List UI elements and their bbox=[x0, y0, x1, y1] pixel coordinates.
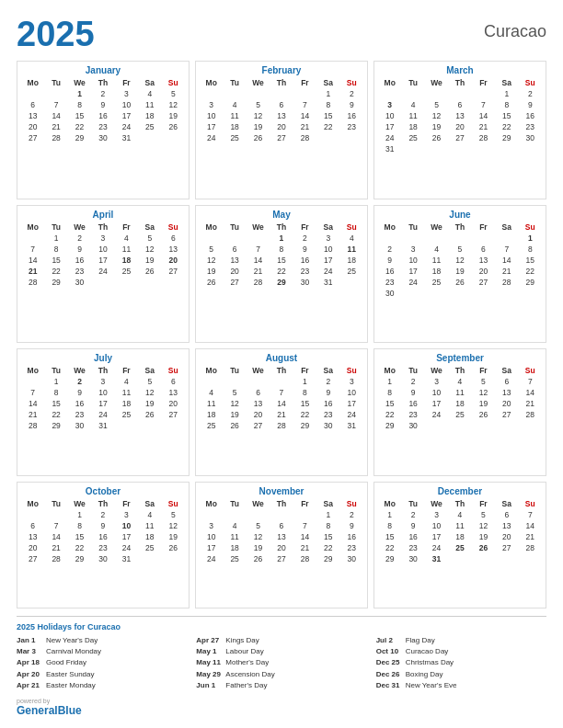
day-header: Fr bbox=[293, 77, 316, 88]
day-cell bbox=[316, 132, 339, 143]
day-cell: 30 bbox=[340, 553, 363, 564]
day-cell: 28 bbox=[519, 409, 542, 420]
day-cell bbox=[293, 88, 316, 99]
day-cell: 29 bbox=[68, 132, 91, 143]
day-cell: 6 bbox=[247, 387, 270, 398]
day-cell bbox=[200, 509, 223, 520]
day-cell: 5 bbox=[247, 520, 270, 531]
day-cell bbox=[448, 233, 471, 244]
day-cell: 6 bbox=[21, 520, 44, 531]
day-cell: 2 bbox=[340, 88, 363, 99]
day-cell: 24 bbox=[115, 542, 138, 553]
day-cell: 4 bbox=[138, 509, 161, 520]
day-cell bbox=[44, 509, 67, 520]
day-cell: 30 bbox=[378, 288, 401, 299]
day-cell bbox=[495, 233, 518, 244]
day-cell: 24 bbox=[200, 132, 223, 143]
day-cell: 8 bbox=[316, 520, 339, 531]
month-table: MoTuWeThFrSaSu12345678910111213141516171… bbox=[21, 222, 185, 288]
day-header: Mo bbox=[21, 77, 44, 88]
day-header: Mo bbox=[200, 222, 223, 233]
day-cell: 21 bbox=[519, 398, 542, 409]
day-cell: 11 bbox=[223, 110, 246, 121]
day-cell: 11 bbox=[115, 244, 138, 255]
day-cell: 22 bbox=[270, 266, 293, 277]
day-cell: 12 bbox=[138, 387, 161, 398]
day-cell: 4 bbox=[401, 99, 424, 110]
day-cell: 7 bbox=[270, 387, 293, 398]
day-cell bbox=[425, 88, 448, 99]
holidays-title: 2025 Holidays for Curacao bbox=[17, 622, 546, 631]
day-cell: 27 bbox=[270, 553, 293, 564]
day-cell: 10 bbox=[200, 531, 223, 542]
day-cell: 22 bbox=[68, 121, 91, 132]
day-cell: 27 bbox=[448, 132, 471, 143]
day-cell: 10 bbox=[115, 99, 138, 110]
month-block: NovemberMoTuWeThFrSaSu123456789101112131… bbox=[195, 482, 368, 609]
day-cell: 14 bbox=[519, 387, 542, 398]
day-header: Sa bbox=[316, 365, 339, 376]
day-cell: 10 bbox=[378, 110, 401, 121]
day-cell bbox=[21, 233, 44, 244]
day-cell: 11 bbox=[200, 398, 223, 409]
holiday-item: Apr 20Easter Sunday bbox=[17, 669, 187, 679]
day-cell: 8 bbox=[293, 387, 316, 398]
month-block: AprilMoTuWeThFrSaSu123456789101112131415… bbox=[17, 205, 190, 344]
day-header: Sa bbox=[316, 498, 339, 509]
day-cell: 30 bbox=[91, 553, 114, 564]
day-cell: 17 bbox=[115, 110, 138, 121]
day-cell: 17 bbox=[316, 255, 339, 266]
day-header: Fr bbox=[472, 222, 495, 233]
month-title: June bbox=[378, 210, 542, 220]
day-cell: 11 bbox=[448, 520, 471, 531]
day-cell bbox=[223, 509, 246, 520]
holiday-name: Mother's Day bbox=[225, 657, 269, 667]
day-header: Tu bbox=[44, 498, 67, 509]
day-header: Su bbox=[162, 77, 185, 88]
month-table: MoTuWeThFrSaSu12345678910111213141516171… bbox=[378, 498, 542, 564]
day-cell bbox=[247, 376, 270, 387]
day-cell: 14 bbox=[44, 110, 67, 121]
day-cell: 20 bbox=[495, 398, 518, 409]
day-cell: 31 bbox=[115, 132, 138, 143]
month-block: DecemberMoTuWeThFrSaSu123456789101112131… bbox=[373, 482, 546, 609]
day-cell: 9 bbox=[378, 255, 401, 266]
day-cell: 3 bbox=[200, 99, 223, 110]
day-cell: 9 bbox=[91, 99, 114, 110]
day-header: Th bbox=[91, 498, 114, 509]
day-cell: 18 bbox=[138, 531, 161, 542]
month-title: September bbox=[378, 353, 542, 363]
day-cell: 28 bbox=[247, 277, 270, 288]
day-cell: 21 bbox=[293, 121, 316, 132]
day-cell: 23 bbox=[378, 277, 401, 288]
day-cell: 5 bbox=[425, 99, 448, 110]
day-cell: 28 bbox=[44, 132, 67, 143]
holiday-date: May 29 bbox=[196, 669, 222, 679]
day-cell: 9 bbox=[340, 520, 363, 531]
holiday-name: Easter Monday bbox=[46, 680, 96, 690]
day-cell: 13 bbox=[223, 255, 246, 266]
day-header: Tu bbox=[44, 365, 67, 376]
day-header: Fr bbox=[293, 365, 316, 376]
day-cell: 22 bbox=[519, 266, 542, 277]
day-cell bbox=[162, 277, 185, 288]
day-cell: 6 bbox=[162, 376, 185, 387]
day-cell: 30 bbox=[519, 132, 542, 143]
day-cell: 23 bbox=[91, 121, 114, 132]
day-cell: 26 bbox=[247, 132, 270, 143]
day-cell: 19 bbox=[162, 110, 185, 121]
day-header: Fr bbox=[293, 498, 316, 509]
day-header: We bbox=[247, 498, 270, 509]
day-cell: 10 bbox=[425, 520, 448, 531]
day-cell bbox=[21, 88, 44, 99]
day-cell: 2 bbox=[378, 244, 401, 255]
day-cell: 12 bbox=[162, 520, 185, 531]
month-title: May bbox=[200, 210, 363, 220]
day-cell: 8 bbox=[519, 244, 542, 255]
day-cell: 23 bbox=[68, 409, 91, 420]
day-cell: 23 bbox=[68, 266, 91, 277]
day-cell: 13 bbox=[495, 387, 518, 398]
holiday-item: Jun 1Father's Day bbox=[196, 680, 366, 690]
day-cell: 23 bbox=[401, 542, 424, 553]
month-title: July bbox=[21, 353, 185, 363]
